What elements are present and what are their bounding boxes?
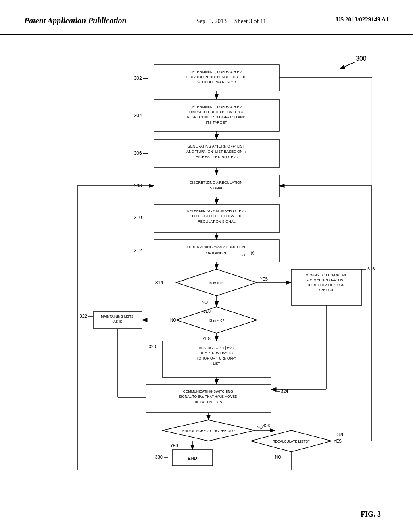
diagram-id: 300 <box>356 55 367 62</box>
node-330-label: END <box>188 456 197 461</box>
node-318-label: IS m < 0? <box>209 318 225 322</box>
flowchart-area: 300 DETERMINING, FOR EACH EV, DISPATCH P… <box>0 39 413 510</box>
label-306: 306 — <box>134 150 148 156</box>
label-320: — 320 <box>143 344 156 349</box>
label-316: — 316 <box>362 266 375 271</box>
label-328: — 328 <box>332 432 344 437</box>
node-306 <box>154 139 279 168</box>
yes-314: YES <box>260 277 268 281</box>
node-324 <box>146 384 271 413</box>
flowchart-svg: 300 DETERMINING, FOR EACH EV, DISPATCH P… <box>25 47 388 502</box>
label-304: 304 — <box>134 113 148 118</box>
sheet-info: Sheet 3 of 11 <box>234 18 266 24</box>
no-326: NO <box>257 425 263 430</box>
page-header: Patent Application Publication Sep. 5, 2… <box>0 0 413 35</box>
label-302: 302 — <box>134 75 148 81</box>
label-322: 322 — <box>80 314 93 318</box>
header-center: Sep. 5, 2013 Sheet 3 of 11 <box>196 16 266 26</box>
label-312: 312 — <box>134 248 148 254</box>
yes-318: YES <box>202 337 211 341</box>
publication-title: Patent Application Publication <box>24 16 127 25</box>
yes-326: YES <box>170 443 178 448</box>
patent-number: US 2013/0229149 A1 <box>336 16 389 23</box>
node-328-label: RECALCULATE LISTS? <box>273 439 310 443</box>
label-324: — 324 <box>275 389 288 393</box>
label-318: 318 <box>203 309 211 314</box>
figure-label: FIG. 3 <box>0 510 413 527</box>
no-328: NO <box>275 455 281 459</box>
no-314: NO <box>202 300 208 305</box>
label-310: 310 — <box>134 215 148 220</box>
publication-date: Sep. 5, 2013 <box>196 18 227 24</box>
node-326-label: END OF SCHEDULING PERIOD? <box>182 429 235 433</box>
label-330: 330 — <box>155 455 168 459</box>
label-314: 314 — <box>155 280 169 285</box>
node-314-label: IS m > 0? <box>209 281 225 285</box>
page: Patent Application Publication Sep. 5, 2… <box>0 0 413 532</box>
